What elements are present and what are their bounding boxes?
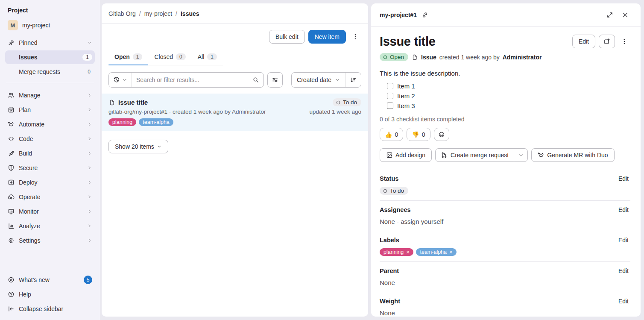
sidebar-item-build[interactable]: Build	[5, 147, 95, 160]
sidebar-item-monitor[interactable]: Monitor	[5, 205, 95, 218]
search-input[interactable]	[132, 76, 248, 83]
sort-direction-button[interactable]	[345, 73, 361, 87]
sidebar-item-deploy[interactable]: Deploy	[5, 176, 95, 189]
merge-request-icon	[441, 152, 448, 159]
sidebar-item-secure[interactable]: Secure	[5, 161, 95, 175]
sidebar-item-analyze[interactable]: Analyze	[5, 219, 95, 233]
recent-searches-button[interactable]	[109, 73, 132, 87]
generate-mr-with-duo-button[interactable]: Generate MR with Duo	[531, 148, 614, 162]
sidebar-pinned-toggle[interactable]: Pinned	[5, 36, 95, 50]
copy-link-button[interactable]	[420, 9, 430, 21]
checklist-item-label: Item 3	[397, 102, 415, 109]
work-item-type-label: Issue	[421, 54, 436, 61]
tab-open[interactable]: Open 1	[108, 50, 148, 65]
label-planning[interactable]: planning	[108, 118, 136, 126]
sliders-icon	[272, 76, 278, 83]
tab-all[interactable]: All 1	[192, 50, 223, 65]
weight-edit-button[interactable]: Edit	[617, 297, 630, 305]
checklist: Item 1 Item 2 Item 3	[380, 82, 630, 109]
sidebar-item-operate[interactable]: Operate	[5, 190, 95, 204]
sidebar-item-merge-requests[interactable]: Merge requests 0	[5, 65, 95, 79]
chevron-right-icon	[87, 107, 92, 112]
expand-drawer-button[interactable]	[604, 9, 616, 21]
labels-edit-button[interactable]: Edit	[617, 236, 630, 244]
label-team-alpha[interactable]: team-alpha	[139, 118, 173, 126]
chart-icon	[8, 223, 15, 229]
add-design-button[interactable]: Add design	[380, 148, 432, 162]
sidebar-project-link[interactable]: M my-project	[5, 18, 95, 32]
sidebar-item-label: Plan	[19, 106, 83, 113]
search-group	[108, 72, 264, 88]
assignees-edit-button[interactable]: Edit	[617, 206, 630, 214]
sidebar-item-label: Merge requests	[19, 68, 83, 75]
sidebar-item-whats-new[interactable]: What's new 5	[5, 273, 95, 287]
thumbs-down-button[interactable]: 👎 0	[407, 128, 430, 141]
close-drawer-button[interactable]	[619, 9, 631, 21]
checklist-checkbox[interactable]	[387, 93, 393, 99]
collapse-sidebar-button[interactable]: Collapse sidebar	[5, 302, 95, 316]
state-badge-text: Open	[390, 54, 404, 60]
sidebar-item-label: Build	[19, 150, 83, 157]
open-full-view-button[interactable]	[599, 35, 615, 48]
sidebar-item-settings[interactable]: Settings	[5, 234, 95, 247]
tab-label: All	[198, 53, 205, 60]
create-merge-request-dropdown-toggle[interactable]	[514, 149, 527, 161]
issues-count-badge: 1	[82, 54, 92, 61]
author-name[interactable]: Administrator	[503, 54, 542, 61]
list-actions-kebab-button[interactable]	[349, 30, 361, 44]
issue-actions-kebab-button[interactable]	[618, 35, 630, 48]
label-planning[interactable]: planning ✕	[380, 248, 413, 256]
sidebar-item-plan[interactable]: Plan	[5, 103, 95, 117]
remove-label-icon[interactable]: ✕	[406, 250, 410, 255]
status-edit-button[interactable]: Edit	[617, 174, 630, 183]
history-icon	[113, 76, 120, 83]
weight-section: Weight Edit None	[380, 292, 630, 317]
breadcrumb-separator: /	[139, 10, 141, 17]
edit-issue-button[interactable]: Edit	[572, 35, 595, 48]
chevron-right-icon	[87, 223, 92, 229]
code-icon	[8, 135, 15, 142]
parent-value: None	[380, 279, 630, 286]
issue-list-row[interactable]: Issue title To do gitlab-org/my-project#…	[102, 94, 368, 131]
bulk-edit-button[interactable]: Bulk edit	[269, 30, 305, 44]
breadcrumb-group[interactable]: Gitlab Org	[108, 10, 136, 17]
breadcrumb-project[interactable]: my-project	[144, 10, 172, 17]
calendar-icon	[8, 106, 15, 113]
add-design-label: Add design	[395, 152, 425, 159]
chevron-right-icon	[87, 93, 92, 98]
sidebar-item-automate[interactable]: Automate	[5, 117, 95, 131]
thumbs-up-button[interactable]: 👍 0	[380, 128, 403, 141]
issue-action-buttons: Add design Create merge request Generate…	[380, 148, 630, 162]
checklist-item-label: Item 1	[397, 82, 415, 90]
issue-title: Issue title	[380, 35, 572, 49]
sort-by-dropdown[interactable]: Created date	[292, 73, 345, 87]
label-team-alpha[interactable]: team-alpha ✕	[416, 248, 457, 256]
breadcrumb-current: Issues	[181, 10, 199, 17]
section-title: Labels	[380, 237, 399, 244]
page-size-dropdown[interactable]: Show 20 items	[108, 140, 168, 153]
add-reaction-button[interactable]	[434, 128, 449, 141]
tab-count-badge: 1	[207, 53, 217, 60]
sidebar-item-label: Collapse sidebar	[19, 305, 92, 312]
new-item-button[interactable]: New item	[308, 30, 346, 44]
search-submit-button[interactable]	[248, 73, 263, 87]
sidebar-item-issues[interactable]: Issues 1	[5, 50, 95, 64]
issue-title-link[interactable]: Issue title	[118, 99, 148, 106]
search-settings-button[interactable]	[267, 72, 283, 88]
sidebar-item-manage[interactable]: Manage	[5, 88, 95, 102]
close-icon	[622, 12, 629, 18]
chevron-down-icon	[87, 40, 92, 45]
remove-label-icon[interactable]: ✕	[449, 250, 453, 255]
question-icon	[8, 291, 15, 298]
sidebar-item-code[interactable]: Code	[5, 132, 95, 146]
sort-group: Created date	[291, 72, 361, 88]
assignees-value[interactable]: None - assign yourself	[380, 218, 630, 225]
sidebar-item-help[interactable]: Help	[5, 288, 95, 301]
checklist-checkbox[interactable]	[387, 83, 393, 89]
checklist-checkbox[interactable]	[387, 103, 393, 109]
thumbs-up-count: 0	[395, 131, 398, 138]
parent-edit-button[interactable]: Edit	[617, 267, 630, 275]
tab-closed[interactable]: Closed 0	[148, 50, 191, 65]
create-merge-request-button[interactable]: Create merge request	[436, 149, 514, 161]
section-title: Weight	[380, 298, 400, 305]
